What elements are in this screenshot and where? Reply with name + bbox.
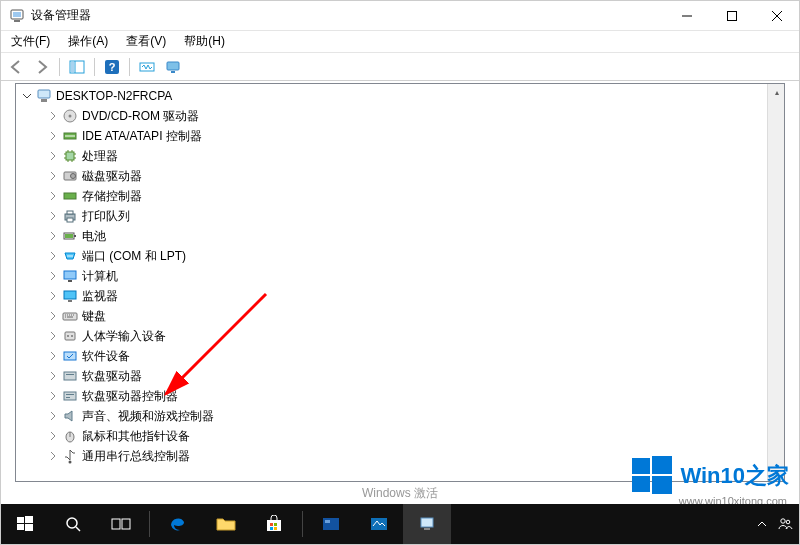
expand-icon[interactable] xyxy=(46,209,60,223)
tree-item-label: 软盘驱动器 xyxy=(82,368,142,385)
tree-item-monitor[interactable]: 监视器 xyxy=(16,286,766,306)
store-button[interactable] xyxy=(250,504,298,544)
ports-icon xyxy=(62,248,78,264)
forward-button[interactable] xyxy=(31,56,53,78)
tree-item-disk[interactable]: 磁盘驱动器 xyxy=(16,166,766,186)
system-tray[interactable] xyxy=(751,516,799,532)
svg-point-29 xyxy=(71,255,73,257)
svg-rect-3 xyxy=(727,12,736,21)
svg-point-37 xyxy=(71,335,73,337)
usb-icon xyxy=(62,448,78,464)
tree-item-floppy-controller[interactable]: 软盘驱动器控制器 xyxy=(16,386,766,406)
start-button[interactable] xyxy=(1,504,49,544)
expand-icon[interactable] xyxy=(46,449,60,463)
expand-icon[interactable] xyxy=(46,309,60,323)
svg-point-15 xyxy=(69,115,72,118)
people-icon[interactable] xyxy=(777,516,793,532)
svg-rect-55 xyxy=(25,524,33,531)
battery-icon xyxy=(62,228,78,244)
expand-icon[interactable] xyxy=(46,149,60,163)
svg-rect-11 xyxy=(171,71,175,73)
taskbar-separator xyxy=(302,511,303,537)
expand-icon[interactable] xyxy=(46,289,60,303)
task-view-button[interactable] xyxy=(97,504,145,544)
tree-item-hid[interactable]: 人体学输入设备 xyxy=(16,326,766,346)
maximize-button[interactable] xyxy=(709,1,754,31)
taskbar-app-2[interactable] xyxy=(355,504,403,544)
expand-icon[interactable] xyxy=(46,169,60,183)
tree-item-storage[interactable]: 存储控制器 xyxy=(16,186,766,206)
ide-controller-icon xyxy=(62,128,78,144)
edge-button[interactable] xyxy=(154,504,202,544)
vertical-scrollbar[interactable]: ▴ ▾ xyxy=(767,84,784,481)
expand-icon[interactable] xyxy=(46,249,60,263)
svg-rect-58 xyxy=(112,519,120,529)
expand-icon[interactable] xyxy=(46,329,60,343)
svg-line-57 xyxy=(76,527,80,531)
expand-icon[interactable] xyxy=(46,109,60,123)
disc-drive-icon xyxy=(62,108,78,124)
tree-item-sound[interactable]: 声音、视频和游戏控制器 xyxy=(16,406,766,426)
scroll-up-button[interactable]: ▴ xyxy=(768,84,785,101)
tree-item-ports[interactable]: 端口 (COM 和 LPT) xyxy=(16,246,766,266)
svg-rect-40 xyxy=(66,374,74,375)
svg-rect-38 xyxy=(64,352,76,360)
expand-collapse-icon[interactable] xyxy=(20,89,34,103)
menu-action[interactable]: 操作(A) xyxy=(64,31,112,52)
scroll-down-button[interactable]: ▾ xyxy=(768,464,785,481)
expand-icon[interactable] xyxy=(46,129,60,143)
menu-help[interactable]: 帮助(H) xyxy=(180,31,229,52)
show-hide-console-tree-button[interactable] xyxy=(66,56,88,78)
mouse-icon xyxy=(62,428,78,444)
svg-rect-35 xyxy=(65,332,75,340)
help-button[interactable]: ? xyxy=(101,56,123,78)
expand-icon[interactable] xyxy=(46,389,60,403)
expand-icon[interactable] xyxy=(46,429,60,443)
tree-root[interactable]: DESKTOP-N2FRCPA xyxy=(16,86,766,106)
menu-file[interactable]: 文件(F) xyxy=(7,31,54,52)
computer-icon xyxy=(36,88,52,104)
expand-icon[interactable] xyxy=(46,229,60,243)
expand-icon[interactable] xyxy=(46,349,60,363)
expand-icon[interactable] xyxy=(46,409,60,423)
close-button[interactable] xyxy=(754,1,799,31)
floppy-drive-icon xyxy=(62,368,78,384)
device-tree[interactable]: DESKTOP-N2FRCPA DVD/CD-ROM 驱动器 IDE ATA/A… xyxy=(16,84,766,481)
tree-item-software-devices[interactable]: 软件设备 xyxy=(16,346,766,366)
tree-item-keyboard[interactable]: 键盘 xyxy=(16,306,766,326)
minimize-button[interactable] xyxy=(664,1,709,31)
scan-hardware-button[interactable] xyxy=(136,56,158,78)
tree-item-label: IDE ATA/ATAPI 控制器 xyxy=(82,128,202,145)
back-button[interactable] xyxy=(5,56,27,78)
tray-up-icon[interactable] xyxy=(757,519,767,529)
taskbar-device-manager[interactable] xyxy=(403,504,451,544)
tree-item-processor[interactable]: 处理器 xyxy=(16,146,766,166)
tree-item-dvdcdrom[interactable]: DVD/CD-ROM 驱动器 xyxy=(16,106,766,126)
tree-item-floppy-drive[interactable]: 软盘驱动器 xyxy=(16,366,766,386)
svg-rect-26 xyxy=(65,234,73,238)
svg-point-36 xyxy=(67,335,69,337)
menu-view[interactable]: 查看(V) xyxy=(122,31,170,52)
tree-item-ide[interactable]: IDE ATA/ATAPI 控制器 xyxy=(16,126,766,146)
expand-icon[interactable] xyxy=(46,189,60,203)
search-button[interactable] xyxy=(49,504,97,544)
tree-item-computer[interactable]: 计算机 xyxy=(16,266,766,286)
svg-rect-69 xyxy=(424,528,430,530)
svg-rect-52 xyxy=(17,517,24,523)
svg-rect-17 xyxy=(66,152,74,160)
svg-rect-13 xyxy=(41,99,47,102)
expand-icon[interactable] xyxy=(46,269,60,283)
svg-rect-33 xyxy=(68,300,72,302)
tree-item-label: 键盘 xyxy=(82,308,106,325)
tree-item-usb[interactable]: 通用串行总线控制器 xyxy=(16,446,766,466)
printer-icon xyxy=(62,208,78,224)
file-explorer-button[interactable] xyxy=(202,504,250,544)
svg-rect-32 xyxy=(64,291,76,299)
tree-item-printqueue[interactable]: 打印队列 xyxy=(16,206,766,226)
tree-item-battery[interactable]: 电池 xyxy=(16,226,766,246)
tree-item-mouse[interactable]: 鼠标和其他指针设备 xyxy=(16,426,766,446)
taskbar-app-1[interactable] xyxy=(307,504,355,544)
refresh-button[interactable] xyxy=(162,56,184,78)
svg-rect-30 xyxy=(64,271,76,279)
expand-icon[interactable] xyxy=(46,369,60,383)
